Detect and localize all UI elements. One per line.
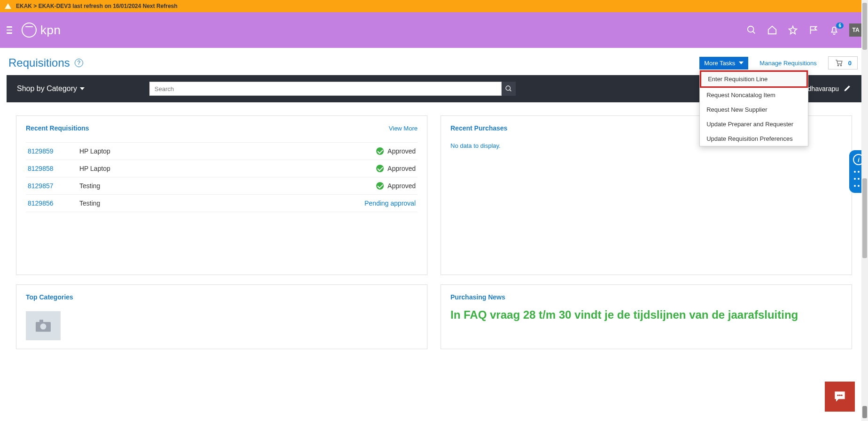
- notification-count-badge: 6: [836, 23, 844, 29]
- check-icon: [376, 165, 384, 172]
- svg-point-0: [748, 26, 754, 32]
- recent-requisitions-panel: Recent Requisitions View More 8129859HP …: [16, 115, 427, 275]
- page-title-row: Requisitions ? More Tasks Enter Requisit…: [0, 48, 868, 75]
- view-more-link[interactable]: View More: [389, 125, 418, 132]
- page-scrollbar[interactable]: [861, 0, 868, 359]
- camera-icon: [34, 318, 53, 333]
- recent-requisitions-title: Recent Requisitions: [26, 124, 89, 132]
- more-tasks-menu: Enter Requisition Line Request Noncatalo…: [699, 70, 808, 146]
- requisition-description: Testing: [78, 177, 209, 195]
- table-row: 8129858HP LaptopApproved: [26, 160, 418, 177]
- requisition-description: HP Laptop: [78, 143, 209, 160]
- table-row: 8129859HP LaptopApproved: [26, 143, 418, 160]
- requisition-id-link[interactable]: 8129858: [28, 165, 54, 172]
- environment-banner-text: EKAK > EKAK-DEV3 last refresh on 16/01/2…: [16, 3, 178, 9]
- status-badge: Approved: [211, 147, 416, 155]
- recent-purchases-title: Recent Purchases: [450, 124, 507, 132]
- chevron-down-icon: [80, 87, 85, 90]
- svg-point-2: [837, 65, 838, 66]
- kpn-crown-icon: [22, 23, 37, 38]
- menu-item-request-noncatalog-item[interactable]: Request Noncatalog Item: [700, 88, 808, 102]
- more-tasks-label: More Tasks: [704, 60, 735, 67]
- top-categories-panel: Top Categories: [16, 284, 427, 349]
- requisition-id-link[interactable]: 8129857: [28, 182, 54, 190]
- requisition-description: HP Laptop: [78, 160, 209, 177]
- brand-logo[interactable]: kpn: [22, 23, 61, 38]
- svg-point-4: [506, 86, 510, 90]
- purchasing-news-panel: Purchasing News In FAQ vraag 28 t/m 30 v…: [441, 284, 852, 349]
- navigator-menu-button[interactable]: [4, 23, 15, 37]
- global-header: kpn 6 TA: [0, 12, 868, 48]
- menu-item-request-new-supplier[interactable]: Request New Supplier: [700, 102, 808, 117]
- status-badge: Approved: [211, 165, 416, 172]
- svg-point-3: [840, 65, 841, 66]
- requisition-description: Testing: [78, 195, 209, 212]
- avatar[interactable]: TA: [849, 23, 862, 37]
- requisition-id-link[interactable]: 8129856: [28, 199, 54, 207]
- catalog-search-button[interactable]: [502, 82, 516, 96]
- top-categories-title: Top Categories: [26, 293, 73, 301]
- table-row: 8129857TestingApproved: [26, 177, 418, 195]
- svg-line-1: [753, 31, 755, 34]
- menu-item-update-preparer-requester[interactable]: Update Preparer and Requester: [700, 117, 808, 131]
- brand-text: kpn: [40, 23, 61, 38]
- avatar-initials: TA: [852, 27, 859, 33]
- environment-banner: EKAK > EKAK-DEV3 last refresh on 16/01/2…: [0, 0, 868, 12]
- purchasing-news-headline: In FAQ vraag 28 t/m 30 vindt je de tijds…: [450, 307, 842, 322]
- more-tasks-button[interactable]: More Tasks: [699, 57, 748, 69]
- help-icon[interactable]: ?: [75, 59, 83, 67]
- warning-icon: [5, 3, 11, 9]
- notifications-bell-icon[interactable]: 6: [829, 24, 840, 36]
- svg-line-5: [510, 90, 511, 91]
- svg-rect-8: [39, 320, 43, 322]
- shop-by-category-button[interactable]: Shop by Category: [17, 84, 85, 93]
- purchasing-news-title: Purchasing News: [450, 293, 505, 301]
- check-icon: [376, 147, 384, 155]
- manage-requisitions-link[interactable]: Manage Requisitions: [760, 60, 816, 67]
- search-icon[interactable]: [746, 24, 757, 36]
- check-icon: [376, 182, 384, 190]
- favorites-star-icon[interactable]: [787, 24, 798, 36]
- recent-requisitions-table: 8129859HP LaptopApproved8129858HP Laptop…: [26, 142, 418, 212]
- cart-count: 0: [848, 60, 852, 67]
- svg-point-7: [40, 323, 46, 329]
- category-placeholder-image[interactable]: [26, 311, 61, 340]
- table-row: 8129856TestingPending approval: [26, 195, 418, 212]
- page-title: Requisitions: [8, 56, 70, 69]
- shop-category-label: Shop by Category: [17, 84, 77, 93]
- status-badge: Approved: [211, 182, 416, 190]
- menu-item-update-requisition-preferences[interactable]: Update Requisition Preferences: [700, 131, 808, 146]
- pending-status-link[interactable]: Pending approval: [364, 199, 416, 207]
- cart-icon: [834, 59, 844, 67]
- home-icon[interactable]: [767, 24, 778, 36]
- requisition-id-link[interactable]: 8129859: [28, 147, 54, 155]
- status-badge: Pending approval: [211, 199, 416, 207]
- catalog-search-input[interactable]: [149, 82, 502, 96]
- cart-button[interactable]: 0: [828, 56, 858, 69]
- watchlist-flag-icon[interactable]: [808, 24, 819, 36]
- edit-requester-icon[interactable]: [844, 84, 851, 93]
- menu-item-enter-requisition-line[interactable]: Enter Requisition Line: [700, 70, 808, 88]
- chevron-down-icon: [739, 61, 744, 64]
